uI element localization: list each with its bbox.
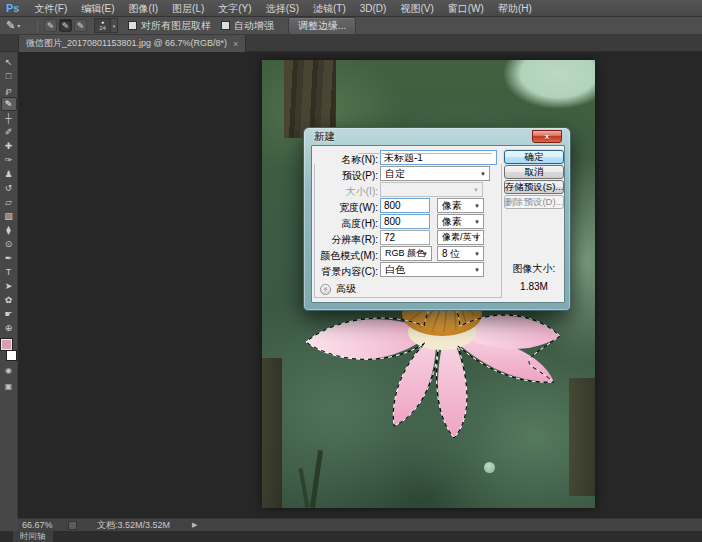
background-contents-dropdown[interactable]: 白色 (380, 262, 484, 277)
tool-healing-brush[interactable]: ✚ (1, 139, 17, 153)
height-unit-dropdown[interactable]: 像素 (437, 214, 484, 229)
blur-icon: ⧫ (6, 225, 10, 235)
tool-marquee[interactable]: □ (1, 69, 17, 83)
hand-icon: ☛ (4, 309, 12, 319)
chevron-down-icon: ▾ (113, 23, 116, 29)
tool-zoom[interactable]: ⊕ (1, 321, 17, 335)
tool-eyedropper[interactable]: ✐ (1, 125, 17, 139)
tool-custom-shape[interactable]: ✿ (1, 293, 17, 307)
new-selection-button[interactable]: ✎ (44, 19, 57, 32)
menu-select[interactable]: 选择(S) (259, 0, 306, 17)
tool-blur[interactable]: ⧫ (1, 223, 17, 237)
tool-eraser[interactable]: ▱ (1, 195, 17, 209)
current-tool-preview[interactable]: ✎ ▾ (6, 19, 32, 32)
height-input[interactable] (380, 214, 430, 229)
history-brush-icon: ↺ (5, 183, 13, 193)
width-label: 宽度(W): (312, 201, 378, 215)
timeline-tab[interactable]: 时间轴 (13, 531, 53, 542)
tool-crop[interactable]: ┼ (1, 111, 17, 125)
tool-history-brush[interactable]: ↺ (1, 181, 17, 195)
menu-type[interactable]: 文字(Y) (211, 0, 258, 17)
lotus-flower (292, 290, 572, 450)
menu-file[interactable]: 文件(F) (27, 0, 74, 17)
width-unit-dropdown[interactable]: 像素 (437, 198, 484, 213)
menu-layer[interactable]: 图层(L) (165, 0, 211, 17)
auto-enhance-label: 自动增强 (234, 19, 274, 33)
refine-edge-button[interactable]: 调整边缘... (288, 17, 356, 35)
image-size-readout: 图像大小: 1.83M (502, 262, 566, 292)
sample-all-layers-checkbox[interactable] (128, 21, 137, 30)
resolution-unit-dropdown[interactable]: 像素/英寸 (437, 230, 484, 245)
save-preset-button[interactable]: 存储预设(S)... (504, 180, 564, 194)
tool-lasso[interactable]: ℘ (1, 83, 17, 97)
marquee-icon: □ (6, 71, 11, 81)
brush-size-dropdown-arrow[interactable]: ▾ (111, 18, 118, 33)
tool-dodge[interactable]: ⊙ (1, 237, 17, 251)
new-document-dialog: 新建 x 名称(N): 预设(P): 自定 大小(I): 宽度(W): 像素 高… (303, 127, 571, 311)
zoom-icon: ⊕ (5, 323, 13, 333)
screen-mode-icon: ▣ (5, 382, 13, 391)
gradient-icon: ▨ (4, 211, 13, 221)
preset-label: 预设(P): (312, 169, 378, 183)
tool-type[interactable]: T (1, 265, 17, 279)
screen-mode-button[interactable]: ▣ (1, 380, 17, 393)
menu-window[interactable]: 窗口(W) (441, 0, 491, 17)
dialog-title: 新建 (314, 130, 335, 144)
menu-bar: Ps 文件(F) 编辑(E) 图像(I) 图层(L) 文字(Y) 选择(S) 滤… (0, 0, 702, 17)
tool-hand[interactable]: ☛ (1, 307, 17, 321)
tool-quick-selection[interactable]: ✎ (1, 97, 17, 111)
tool-path-selection[interactable]: ➤ (1, 279, 17, 293)
background-contents-label: 背景内容(C): (312, 265, 378, 279)
quick-mask-button[interactable]: ◉ (1, 364, 17, 377)
tool-gradient[interactable]: ▨ (1, 209, 17, 223)
brush-size-picker[interactable]: ● 24 (94, 18, 111, 33)
foreground-color-swatch[interactable] (1, 339, 12, 350)
subtract-from-selection-button[interactable]: ✎ (74, 19, 87, 32)
move-icon: ↖ (5, 57, 13, 67)
photo-trunk-right (569, 378, 595, 496)
cancel-button[interactable]: 取消 (504, 165, 564, 179)
menu-edit[interactable]: 编辑(E) (74, 0, 121, 17)
resolution-input[interactable] (380, 230, 430, 245)
menu-3d[interactable]: 3D(D) (353, 0, 394, 17)
width-input[interactable] (380, 198, 430, 213)
new-selection-icon: ✎ (47, 21, 55, 31)
type-icon: T (6, 267, 12, 277)
quick-mask-icon: ◉ (5, 366, 12, 375)
auto-enhance-checkbox[interactable] (221, 21, 230, 30)
photoshop-logo: Ps (0, 2, 27, 14)
tools-panel: ↖ □ ℘ ✎ ┼ ✐ ✚ ✑ ♟ ↺ ▱ ▨ ⧫ ⊙ ✒ T ➤ ✿ ☛ ⊕ … (0, 52, 18, 531)
delete-preset-button: 删除预设(D)... (504, 195, 564, 209)
color-mode-dropdown[interactable]: RGB 颜色 (380, 246, 432, 261)
photo-bud-dot (484, 462, 495, 473)
quick-selection-icon: ✎ (5, 99, 13, 109)
advanced-expander[interactable]: » 高级 (320, 282, 356, 296)
document-tab[interactable]: 微信图片_20170801153801.jpg @ 66.7%(RGB/8*) … (18, 35, 246, 52)
background-color-swatch[interactable] (6, 350, 17, 361)
dialog-body: 名称(N): 预设(P): 自定 大小(I): 宽度(W): 像素 高度(H):… (311, 145, 565, 303)
zoom-level-field[interactable]: 66.67% (22, 520, 62, 530)
add-to-selection-button[interactable]: ✎ (59, 19, 72, 32)
menu-image[interactable]: 图像(I) (122, 0, 165, 17)
menu-view[interactable]: 视图(V) (393, 0, 440, 17)
height-label: 高度(H): (312, 217, 378, 231)
eyedropper-icon: ✐ (5, 127, 13, 137)
ok-button[interactable]: 确定 (504, 150, 564, 164)
tab-close-icon[interactable]: × (233, 39, 238, 49)
tool-clone-stamp[interactable]: ♟ (1, 167, 17, 181)
brush-size-value: 24 (99, 25, 106, 31)
dialog-close-button[interactable]: x (532, 130, 562, 143)
menu-filter[interactable]: 滤镜(T) (306, 0, 353, 17)
chevron-down-icon: ▾ (17, 22, 20, 29)
tool-brush[interactable]: ✑ (1, 153, 17, 167)
status-expand-arrow-icon[interactable]: ▶ (192, 521, 197, 529)
tool-pen[interactable]: ✒ (1, 251, 17, 265)
crop-icon: ┼ (5, 113, 11, 123)
tool-options-bar: ✎ ▾ ✎ ✎ ✎ ● 24 ▾ 对所有图层取样 自动增强 调整边缘... (0, 17, 702, 35)
add-to-selection-icon: ✎ (62, 21, 70, 31)
bit-depth-dropdown[interactable]: 8 位 (437, 246, 484, 261)
menu-help[interactable]: 帮助(H) (491, 0, 539, 17)
resolution-label: 分辨率(R): (312, 233, 378, 247)
tool-move[interactable]: ↖ (1, 55, 17, 69)
preset-dropdown[interactable]: 自定 (380, 166, 490, 181)
